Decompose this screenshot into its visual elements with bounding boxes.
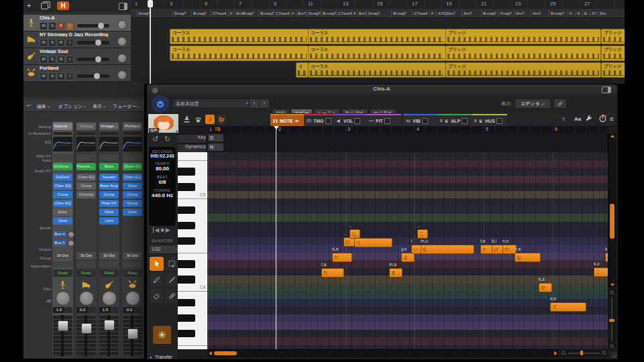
timer-icon[interactable] [598,114,607,123]
midi-fx-slot[interactable] [53,154,72,161]
track-r-button[interactable]: R [57,39,65,47]
panel-toggle-icon[interactable] [119,3,127,10]
lyric-aa-button[interactable]: Aa [574,116,581,122]
strip-group-slot[interactable] [99,261,119,267]
h-button[interactable]: H [57,1,69,10]
dynamics-value[interactable]: N [208,143,223,151]
track-pan-knob[interactable] [117,54,127,63]
audio-region[interactable]: コーラス [308,29,446,44]
strip-db-value[interactable]: -3.0 [123,307,135,313]
black-key[interactable] [178,222,195,230]
chord-label[interactable]: Dmaj7 [240,10,254,17]
audio-region[interactable]: ブリッジ [445,62,601,78]
note-mode-button[interactable]: ♪ [205,115,215,124]
eq-thumbnail[interactable] [53,137,72,152]
hscroll-thumb[interactable] [214,351,237,355]
volume-slider-thumb[interactable] [95,56,101,62]
power-button[interactable] [154,97,167,111]
strip-fader[interactable] [76,315,96,357]
chord-label[interactable]: Am7 [531,10,541,17]
black-key[interactable] [178,276,195,284]
note-block[interactable]: よ [401,253,415,262]
zoom-out-horizontal-icon[interactable] [561,350,567,356]
note-block[interactable]: た [321,268,344,278]
chord-label[interactable]: A7 [590,10,596,17]
zoom-out-vertical-icon[interactable] [609,290,615,296]
chord-label[interactable]: F [228,10,233,17]
strip-fader[interactable] [53,315,72,357]
channel-strip[interactable]: PortlandDrum KitChan EQGlowCompCompLimit… [122,121,143,357]
tab-checkbox[interactable] [462,118,468,124]
chord-label[interactable]: B♭maj7 [321,10,336,17]
audio-fx-slot[interactable]: Squash [99,174,119,181]
strip-input-button[interactable]: Bass [99,163,119,170]
paw-tool-icon[interactable] [194,115,203,124]
channel-strip[interactable]: Natural…VoiSona…DeEss2Chan EQCompChan EQ… [52,121,73,357]
fader-thumb[interactable] [81,323,92,334]
midi-fx-slot[interactable] [99,154,119,161]
zoom-in-vertical-icon[interactable] [609,343,615,349]
track-s-button[interactable]: S [48,56,56,64]
chord-label[interactable]: C7sus4 [336,10,352,17]
undo-icon[interactable]: ↺ [152,135,158,143]
track-i-button[interactable]: I [66,39,74,47]
strip-group-slot[interactable] [76,261,96,267]
seconds-value[interactable]: 000:02.243 [149,154,176,158]
track-pan-knob[interactable] [117,37,127,46]
tab-checkbox[interactable] [422,118,428,124]
track-i-button[interactable]: I [66,56,74,64]
plugin-titlebar[interactable]: Chis-A [147,84,616,95]
line-tool[interactable] [165,273,179,287]
audio-region[interactable]: ブリッジ [445,46,601,61]
freeze-button[interactable] [153,326,171,344]
audio-fx-slot[interactable]: Comp [99,191,119,198]
audio-region[interactable]: ブリッジ [601,62,625,78]
track-pan-knob[interactable] [117,20,127,29]
black-key[interactable] [178,168,195,176]
strip-setting-button[interactable]: Natural… [53,123,72,130]
add-track-button[interactable]: + [27,1,31,10]
audio-fx-slot[interactable]: Chan EQ [53,182,72,190]
audio-region[interactable]: コーラス [170,29,309,44]
note-block[interactable]: こ [594,267,608,277]
arrange-ruler[interactable]: 13579111315171921232527 [131,0,625,9]
track-m-button[interactable]: M [40,39,48,47]
automation-mode-button[interactable]: Read [53,269,72,277]
track-m-button[interactable]: M [40,56,48,64]
arrange-playhead[interactable] [150,0,151,84]
send-slot[interactable]: Bus 4 [53,231,72,237]
quantize-dropdown[interactable]: 1/32▾ [149,245,181,254]
chord-label[interactable]: Am7 [462,10,472,17]
strip-output-button[interactable]: St Out [99,252,119,259]
track-s-button[interactable]: S [48,22,56,30]
audio-fx-slot[interactable]: Comp [76,182,96,190]
audio-region[interactable]: ブリッジ [601,46,625,61]
track-header[interactable]: Vintage SoulMSRI [23,48,131,65]
marquee-tool[interactable] [165,257,179,271]
track-m-button[interactable]: M [40,22,48,30]
channel-strip[interactable]: SettingPianoteq…Chan EQCompChromaSt OutR… [76,121,97,357]
beat-value[interactable]: 6/8 [149,179,176,185]
strip-output-button[interactable]: St Out [76,252,96,259]
midi-fx-slot[interactable] [123,154,142,161]
chord-label[interactable]: F [429,10,434,17]
audio-fx-slot[interactable]: Limit [99,217,119,225]
vertical-zoom-control[interactable] [608,289,616,349]
fader-thumb[interactable] [127,328,138,339]
audio-region[interactable]: ブリッジ [601,29,625,44]
audio-fx-slot[interactable]: Comp [123,200,142,207]
play-button[interactable]: ▶ [166,227,172,233]
note-block[interactable]: か [539,283,552,292]
pencil-tool[interactable] [150,273,164,287]
black-key[interactable] [178,299,195,307]
black-key[interactable] [178,260,195,268]
send-knob[interactable] [68,240,74,247]
dynamics-fp-button[interactable]: fp [217,115,226,124]
mixer-menu-view[interactable]: 表示 ▾ [93,103,105,110]
fader-thumb[interactable] [58,320,68,331]
volume-slider-thumb[interactable] [95,40,101,46]
volume-slider-thumb[interactable] [94,73,100,79]
stamp-tool-icon[interactable] [182,115,191,124]
hzoom-handle[interactable] [580,351,583,355]
key-value[interactable]: D [208,134,223,141]
